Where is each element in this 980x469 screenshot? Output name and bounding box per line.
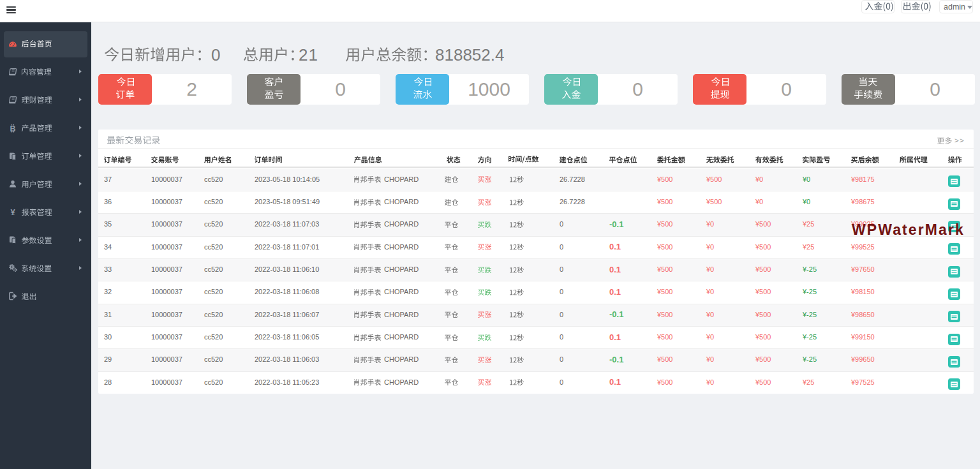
svg-text:¥: ¥ (10, 207, 15, 217)
svg-text:B: B (10, 124, 15, 133)
